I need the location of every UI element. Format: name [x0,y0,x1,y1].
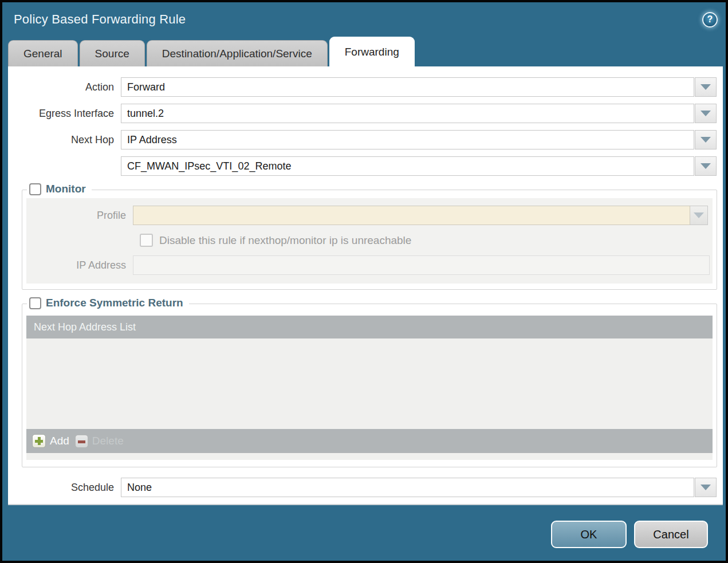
action-value[interactable]: Forward [121,77,694,97]
schedule-label: Schedule [8,482,121,494]
symmetric-return-legend-label: Enforce Symmetric Return [46,297,183,309]
tab-destination-application-service[interactable]: Destination/Application/Service [147,40,328,66]
next-hop-label: Next Hop [8,134,121,146]
chevron-down-icon [701,137,711,143]
chevron-down-icon [701,84,711,90]
dialog-title: Policy Based Forwarding Rule [14,12,702,27]
profile-row: Profile [26,206,713,225]
monitor-ip-row: IP Address [26,255,713,275]
next-hop-address-table: Next Hop Address List Add Delete [26,316,713,460]
symmetric-return-legend: Enforce Symmetric Return [27,297,189,309]
monitor-ip-label: IP Address [26,259,133,271]
next-hop-address-table-footer: Add Delete [26,429,713,453]
profile-label: Profile [26,210,133,222]
egress-interface-value[interactable]: tunnel.2 [121,104,694,123]
next-hop-address-table-header: Next Hop Address List [26,316,713,338]
ok-button[interactable]: OK [551,521,627,548]
chevron-down-icon [701,163,711,169]
disable-rule-label: Disable this rule if nexthop/monitor ip … [159,234,411,247]
next-hop-combo: IP Address [121,130,717,149]
add-button[interactable]: Add [32,434,69,448]
add-button-label: Add [50,435,69,447]
chevron-down-icon [694,212,704,218]
table-bottom-strip [26,453,713,460]
egress-interface-label: Egress Interface [8,108,121,120]
monitor-checkbox[interactable] [29,183,41,195]
symmetric-return-checkbox[interactable] [29,297,41,309]
chevron-down-icon [701,111,711,116]
monitor-group: Monitor Profile Disable this rule if nex… [22,190,717,290]
next-hop-row: Next Hop IP Address [8,130,723,149]
cancel-button[interactable]: Cancel [634,521,708,548]
symmetric-return-group: Enforce Symmetric Return Next Hop Addres… [22,304,717,467]
plus-icon [32,434,46,448]
dialog-footer: OK Cancel [2,505,726,548]
next-hop-value[interactable]: IP Address [121,130,694,149]
profile-combo [133,206,708,225]
next-hop-address-combo: CF_MWAN_IPsec_VTI_02_Remote [121,156,717,176]
disable-rule-checkbox [140,234,153,247]
action-label: Action [8,81,121,93]
egress-interface-dropdown-button[interactable] [695,104,717,123]
delete-button-label: Delete [92,435,124,447]
action-dropdown-button[interactable] [695,77,717,97]
profile-dropdown-button [690,206,708,225]
action-combo: Forward [121,77,717,97]
next-hop-address-row: CF_MWAN_IPsec_VTI_02_Remote [8,156,723,176]
tab-bar: General Source Destination/Application/S… [2,37,726,66]
monitor-legend: Monitor [27,183,92,195]
minus-icon [75,435,88,448]
next-hop-address-table-body[interactable] [26,338,713,429]
tab-general[interactable]: General [8,40,78,66]
chevron-down-icon [701,485,711,490]
schedule-value[interactable]: None [121,478,694,497]
egress-interface-row: Egress Interface tunnel.2 [8,104,723,123]
schedule-row: Schedule None [8,478,723,497]
action-row: Action Forward [8,77,723,97]
next-hop-address-value[interactable]: CF_MWAN_IPsec_VTI_02_Remote [121,156,694,176]
monitor-legend-label: Monitor [46,183,86,195]
titlebar: Policy Based Forwarding Rule ? [2,2,726,37]
tab-source[interactable]: Source [80,40,145,66]
profile-value [133,206,690,225]
disable-rule-row: Disable this rule if nexthop/monitor ip … [140,234,713,247]
next-hop-dropdown-button[interactable] [695,130,717,149]
egress-interface-combo: tunnel.2 [121,104,717,123]
policy-based-forwarding-dialog: Policy Based Forwarding Rule ? General S… [0,0,728,563]
monitor-ip-input [133,255,710,275]
help-icon[interactable]: ? [702,12,718,27]
delete-button[interactable]: Delete [75,435,124,448]
schedule-combo: None [121,478,717,497]
schedule-dropdown-button[interactable] [695,478,717,497]
forwarding-tab-content: Action Forward Egress Interface tunnel.2… [8,66,723,505]
tab-forwarding[interactable]: Forwarding [329,37,415,66]
monitor-panel: Profile Disable this rule if nexthop/mon… [26,198,713,284]
next-hop-address-dropdown-button[interactable] [695,156,717,176]
